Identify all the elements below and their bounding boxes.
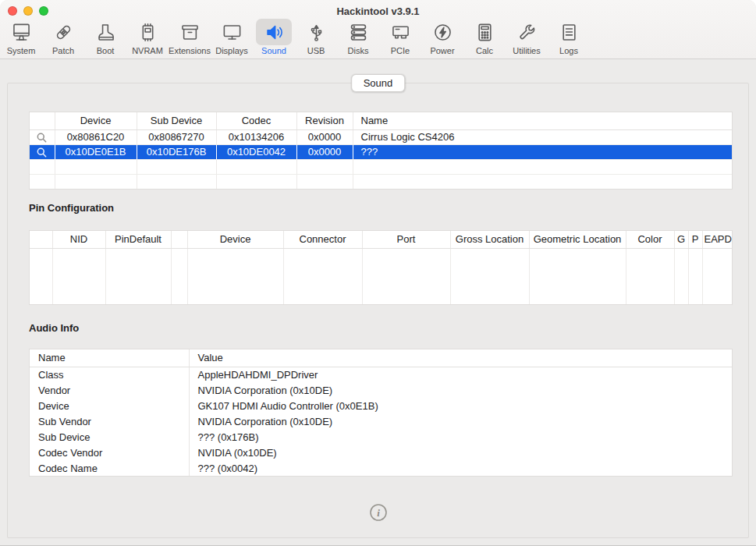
toolbar-item-label: Logs [559,46,578,55]
device-table: DeviceSub DeviceCodecRevisionName 0x8086… [29,112,733,190]
device-column-header-revision[interactable]: Revision [296,112,353,129]
window-title: Hackintool v3.9.1 [0,5,756,17]
audio-column-header-value[interactable]: Value [189,349,732,367]
toolbar-item-calc[interactable]: Calc [463,19,506,55]
audio-table-body: ClassAppleHDAHDMI_DPDriverVendorNVIDIA C… [30,367,732,476]
toolbar-item-boot[interactable]: Boot [84,19,126,55]
device-column-header-sub-device[interactable]: Sub Device [137,112,216,129]
toolbar-item-system[interactable]: System [0,19,42,55]
toolbar-item-label: System [7,46,36,55]
toolbar-item-extensions[interactable]: Extensions [169,19,211,55]
pin-column-header-color[interactable]: Color [626,231,674,248]
audio-info-row[interactable]: Codec VendorNVIDIA (0x10DE) [30,445,732,460]
audio-info-value: ??? (0x176B) [189,429,732,445]
toolbar-item-power[interactable]: Power [421,19,463,55]
toolbar-item-label: Calc [476,46,493,55]
audio-info-row[interactable]: DeviceGK107 HDMI Audio Controller (0x0E1… [30,398,732,413]
audio-info-name: Codec Name [30,460,189,476]
device-table-row[interactable]: 0x80861C200x808672700x101342060x0000Cirr… [30,129,732,144]
device-table-body: 0x80861C200x808672700x101342060x0000Cirr… [30,129,732,189]
device-table-row[interactable]: 0x10DE0E1B0x10DE176B0x10DE00420x0000??? [30,144,732,159]
audio-info-name: Sub Vendor [30,413,189,429]
sub-device-cell: 0x10DE176B [137,144,216,159]
toolbar-item-label: Patch [52,46,74,55]
pin-column-header-nid[interactable]: NID [52,231,105,248]
toolbar-item-displays[interactable]: Displays [211,19,253,55]
content-area: Sound DeviceSub DeviceCodecRevisionName … [0,59,756,545]
audio-column-header-name[interactable]: Name [30,349,189,367]
displays-icon [214,19,250,45]
audio-info-row[interactable]: Sub Device??? (0x176B) [30,429,732,445]
toolbar-item-nvram[interactable]: NVRAM [126,19,169,55]
toolbar-item-pcie[interactable]: PCIe [379,19,421,55]
audio-info-row[interactable]: Sub VendorNVIDIA Corporation (0x10DE) [30,413,732,429]
device-column-header-codec[interactable]: Codec [216,112,296,129]
audio-info-heading: Audio Info [29,322,79,334]
revision-cell: 0x0000 [296,129,353,144]
toolbar-item-sound[interactable]: Sound [253,19,295,55]
pin-table-body [30,248,732,304]
pin-column-header-p[interactable]: P [688,231,702,248]
toolbar-item-label: Boot [97,46,115,55]
pin-column-header-blank-3[interactable] [171,231,187,248]
pin-column-header-pindefault[interactable]: PinDefault [105,231,171,248]
audio-info-row[interactable]: ClassAppleHDAHDMI_DPDriver [30,367,732,382]
codec-cell: 0x10DE0042 [216,144,296,159]
usb-icon [298,19,334,45]
pin-table-empty-row [30,248,732,304]
audio-info-value: NVIDIA (0x10DE) [189,445,732,460]
pin-column-header-device[interactable]: Device [187,231,283,248]
logs-icon [551,19,587,45]
patch-icon [45,19,81,45]
magnifier-icon[interactable] [36,130,48,142]
pin-column-header-port[interactable]: Port [362,231,450,248]
nvram-icon [130,19,165,45]
device-column-header-icon[interactable] [30,112,55,129]
toolbar-item-usb[interactable]: USB [295,19,337,55]
info-button[interactable]: i [369,503,388,522]
device-column-header-name[interactable]: Name [353,112,732,129]
toolbar-item-patch[interactable]: Patch [42,19,84,55]
audio-info-name: Device [30,398,189,413]
name-cell: ??? [353,144,732,159]
titlebar: Hackintool v3.9.1 SystemPatchBootNVRAMEx… [0,0,756,59]
info-icon: i [369,503,388,522]
toolbar-item-label: Utilities [513,46,540,55]
audio-table-header-row: NameValue [30,349,732,367]
audio-info-row[interactable]: Codec Name??? (0x0042) [30,460,732,476]
sound-tab-panel: Sound DeviceSub DeviceCodecRevisionName … [7,83,749,538]
calc-icon [467,19,502,45]
toolbar-item-label: Displays [215,46,248,55]
device-column-header-device[interactable]: Device [55,112,137,129]
toolbar-item-logs[interactable]: Logs [548,19,590,55]
pin-column-header-g[interactable]: G [674,231,688,248]
pin-table-header-row: NIDPinDefaultDeviceConnectorPortGross Lo… [30,231,732,248]
device-table-header-row: DeviceSub DeviceCodecRevisionName [30,112,732,129]
pin-column-header-blank-0[interactable] [30,231,52,248]
device-table-empty-row [30,159,732,174]
audio-info-value: NVIDIA Corporation (0x10DE) [189,413,732,429]
toolbar-item-label: USB [307,46,325,55]
device-cell: 0x10DE0E1B [55,144,137,159]
pin-column-header-geometric-location[interactable]: Geometric Location [529,231,626,248]
codec-cell: 0x10134206 [216,129,296,144]
pcie-icon [382,19,418,45]
toolbar-item-disks[interactable]: Disks [337,19,379,55]
tab-sound[interactable]: Sound [351,74,406,92]
pin-column-header-connector[interactable]: Connector [283,231,362,248]
boot-icon [87,19,123,45]
sub-device-cell: 0x80867270 [137,129,216,144]
toolbar-item-label: Disks [348,46,369,55]
toolbar-item-utilities[interactable]: Utilities [506,19,548,55]
pin-column-header-gross-location[interactable]: Gross Location [450,231,529,248]
svg-text:i: i [377,507,380,519]
toolbar-item-label: Power [430,46,454,55]
name-cell: Cirrus Logic CS4206 [353,129,732,144]
extensions-icon [172,19,208,45]
system-icon [3,19,39,45]
pin-column-header-eapd[interactable]: EAPD [702,231,732,248]
audio-info-value: GK107 HDMI Audio Controller (0x0E1B) [189,398,732,413]
magnifier-icon[interactable] [36,145,48,157]
utilities-icon [509,19,545,45]
audio-info-row[interactable]: VendorNVIDIA Corporation (0x10DE) [30,382,732,398]
